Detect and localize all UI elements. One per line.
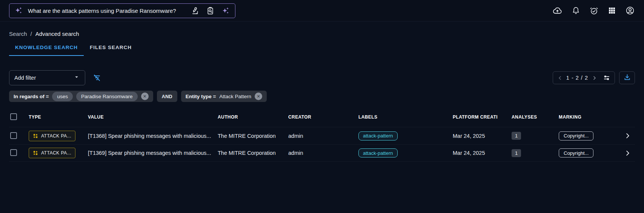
filter-chip-entity-type: Entity type = Attack Pattern ✕	[181, 91, 267, 102]
pagination-range: 1 - 2 / 2	[566, 75, 588, 81]
filter-value-attack-pattern[interactable]: Attack Pattern	[219, 94, 251, 99]
column-header-creator[interactable]: CREATOR	[288, 114, 358, 120]
search-tabs: KNOWLEDGE SEARCH FILES SEARCH	[9, 45, 635, 56]
cell-author: The MITRE Corporation	[218, 133, 288, 139]
analyses-count-badge: 1	[512, 149, 521, 157]
bell-icon[interactable]	[571, 6, 581, 15]
cloud-upload-icon[interactable]	[552, 6, 563, 16]
filter-chip-in-regards-of: In regards of = uses Paradise Ransomware…	[9, 91, 153, 102]
sparkles-icon[interactable]	[221, 6, 230, 15]
table-row[interactable]: ATTACK PA... [T1368] Spear phishing mess…	[9, 127, 635, 144]
sliders-icon[interactable]	[603, 74, 610, 82]
cell-platform-creation-date: Mar 24, 2025	[453, 133, 512, 139]
account-icon[interactable]	[625, 6, 635, 15]
filter-toolbar: Add filter 1 - 2 / 2	[9, 70, 635, 85]
breadcrumb-current: Advanced search	[35, 31, 79, 37]
sparkles-icon	[14, 6, 23, 15]
close-icon[interactable]: ✕	[141, 93, 149, 100]
filter-key: In regards of =	[14, 94, 49, 99]
clipboard-search-icon[interactable]	[206, 6, 215, 15]
column-header-value[interactable]: VALUE	[88, 114, 218, 120]
table-row[interactable]: ATTACK PA... [T1369] Spear phishing mess…	[9, 144, 635, 162]
tab-knowledge-search[interactable]: KNOWLEDGE SEARCH	[9, 45, 84, 56]
marking-chip: Copyright...	[559, 131, 593, 140]
lock-pattern-icon	[33, 150, 38, 156]
main-content: Search / Advanced search KNOWLEDGE SEARC…	[0, 31, 644, 162]
alarm-check-icon[interactable]	[589, 6, 599, 15]
chevron-right-icon[interactable]	[624, 150, 631, 157]
lock-pattern-icon	[33, 133, 38, 139]
filter-key: Entity type =	[186, 94, 216, 99]
breadcrumb-search-link[interactable]: Search	[9, 31, 27, 37]
select-all-checkbox[interactable]	[10, 113, 17, 120]
column-header-type[interactable]: TYPE	[29, 114, 88, 120]
column-header-platform-creation[interactable]: PLATFORM CREATI	[453, 114, 512, 120]
microscope-icon[interactable]	[191, 6, 200, 15]
filter-value-paradise-ransomware[interactable]: Paradise Ransomware	[76, 92, 138, 101]
analyses-count-badge: 1	[512, 132, 521, 140]
entity-type-label: ATTACK PA...	[41, 150, 71, 156]
close-icon[interactable]: ✕	[255, 93, 262, 100]
filter-value-uses[interactable]: uses	[52, 92, 73, 101]
search-tools	[191, 6, 230, 15]
cell-value: [T1369] Spear phishing messages with mal…	[88, 150, 218, 156]
entity-type-label: ATTACK PA...	[41, 133, 71, 139]
active-filters: In regards of = uses Paradise Ransomware…	[9, 91, 635, 102]
tab-files-search[interactable]: FILES SEARCH	[84, 45, 138, 56]
column-header-marking[interactable]: MARKING	[559, 114, 613, 120]
pagination: 1 - 2 / 2	[553, 71, 615, 84]
column-header-author[interactable]: AUTHOR	[218, 114, 288, 120]
export-download-button[interactable]	[619, 71, 635, 84]
label-chip[interactable]: attack-pattern	[358, 148, 398, 157]
marking-chip: Copyright...	[559, 148, 593, 157]
row-checkbox[interactable]	[10, 149, 17, 156]
cell-author: The MITRE Corporation	[218, 150, 288, 156]
chevron-right-icon[interactable]	[592, 75, 597, 81]
filter-operator-and[interactable]: AND	[157, 91, 177, 102]
breadcrumb-separator: /	[31, 31, 32, 37]
column-header-analyses[interactable]: ANALYSES	[512, 114, 559, 120]
caret-down-icon	[73, 74, 80, 82]
entity-type-chip[interactable]: ATTACK PA...	[29, 148, 75, 158]
filter-off-icon[interactable]	[92, 73, 101, 82]
table-header-row: TYPE VALUE AUTHOR CREATOR LABELS PLATFOR…	[9, 107, 635, 127]
add-filter-label: Add filter	[14, 75, 36, 81]
download-icon	[623, 73, 631, 82]
column-header-labels[interactable]: LABELS	[358, 114, 453, 120]
label-chip[interactable]: attack-pattern	[358, 131, 398, 140]
breadcrumb: Search / Advanced search	[9, 31, 635, 37]
add-filter-select[interactable]: Add filter	[9, 70, 85, 85]
search-input[interactable]	[28, 8, 186, 14]
row-checkbox[interactable]	[10, 132, 17, 139]
chevron-right-icon[interactable]	[624, 132, 631, 139]
cell-value: [T1368] Spear phishing messages with mal…	[88, 133, 218, 139]
topbar-actions	[552, 6, 635, 16]
cell-platform-creation-date: Mar 24, 2025	[453, 150, 512, 156]
entity-type-chip[interactable]: ATTACK PA...	[29, 131, 75, 141]
ai-search-box[interactable]	[9, 3, 235, 18]
results-table: TYPE VALUE AUTHOR CREATOR LABELS PLATFOR…	[9, 107, 635, 162]
apps-grid-icon[interactable]	[607, 6, 616, 15]
chevron-left-icon[interactable]	[557, 75, 563, 81]
cell-creator: admin	[288, 150, 358, 156]
opencti-advanced-search-page: Search / Advanced search KNOWLEDGE SEARC…	[0, 0, 644, 213]
cell-creator: admin	[288, 133, 358, 139]
top-bar	[0, 0, 644, 22]
